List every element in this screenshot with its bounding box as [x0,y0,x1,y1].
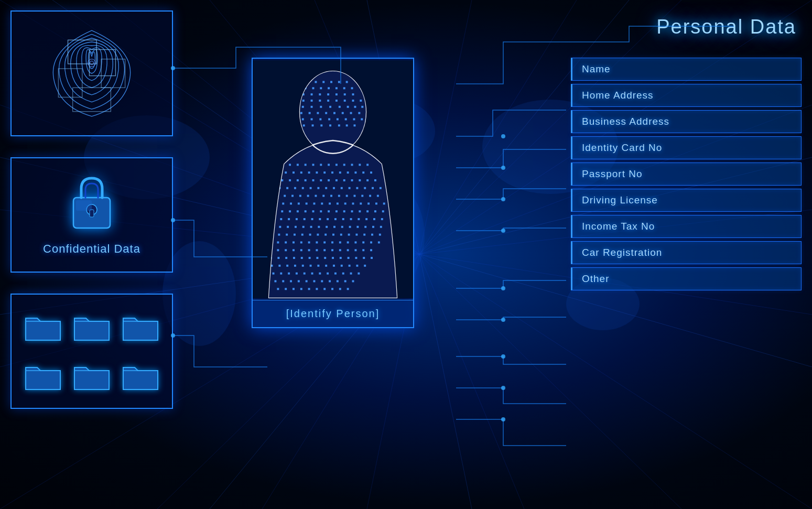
svg-rect-127 [289,164,291,166]
svg-rect-242 [318,226,320,228]
svg-rect-301 [316,257,318,259]
svg-rect-345 [277,288,279,290]
svg-rect-317 [333,265,335,267]
svg-rect-171 [341,187,343,189]
svg-rect-167 [310,187,312,189]
svg-rect-115 [345,118,347,121]
svg-rect-302 [324,257,326,259]
field-identity-card: Identity Card No [571,136,802,159]
svg-rect-56 [322,81,324,83]
svg-rect-304 [340,257,342,259]
svg-rect-320 [356,265,358,267]
svg-rect-194 [298,202,300,204]
svg-rect-148 [362,171,364,174]
folder-5 [71,354,113,397]
svg-rect-111 [311,118,313,121]
svg-rect-139 [293,171,295,174]
svg-rect-322 [273,273,275,275]
svg-rect-74 [327,93,329,95]
svg-rect-290 [339,249,341,251]
field-income-tax: Income Tax No [571,215,802,238]
svg-rect-75 [335,93,338,95]
svg-rect-132 [328,164,330,166]
svg-rect-273 [323,241,326,243]
svg-rect-184 [330,195,332,197]
svg-rect-343 [344,280,347,282]
svg-rect-76 [344,93,346,95]
svg-rect-256 [309,234,311,236]
field-home-address: Home Address [571,84,802,107]
svg-rect-234 [373,218,375,220]
svg-rect-268 [285,241,287,243]
svg-rect-272 [316,241,318,243]
svg-rect-332 [350,273,352,275]
svg-rect-189 [369,195,371,197]
svg-point-42 [501,229,505,233]
svg-rect-120 [303,124,305,126]
svg-rect-280 [378,241,380,243]
svg-rect-228 [327,218,329,220]
svg-rect-173 [356,187,358,189]
svg-rect-351 [323,288,326,290]
svg-rect-63 [312,87,315,89]
svg-rect-190 [377,195,379,197]
svg-rect-199 [337,202,339,204]
svg-rect-323 [280,273,282,275]
main-content: Personal Data Name Home Address Business… [0,0,812,509]
svg-rect-215 [343,210,345,212]
svg-rect-58 [338,81,340,83]
svg-rect-154 [312,179,315,181]
field-name: Name [571,58,802,81]
svg-point-43 [501,286,505,290]
svg-rect-153 [305,179,307,181]
svg-rect-212 [320,210,322,212]
svg-rect-262 [355,234,358,236]
svg-rect-112 [319,118,321,121]
svg-rect-240 [302,226,305,228]
personal-data-title: Personal Data [656,16,796,38]
svg-rect-245 [341,226,343,228]
svg-rect-335 [282,280,284,282]
svg-point-39 [501,134,505,138]
svg-rect-156 [328,179,330,181]
svg-rect-277 [354,241,356,243]
svg-rect-270 [300,241,302,243]
svg-rect-350 [316,288,318,290]
svg-rect-283 [285,249,287,251]
svg-rect-324 [288,273,290,275]
field-business-address: Business Address [571,110,802,133]
svg-rect-337 [298,280,300,282]
svg-rect-275 [339,241,341,243]
svg-rect-114 [337,118,339,121]
svg-rect-97 [361,106,363,108]
svg-rect-241 [310,226,312,228]
svg-rect-248 [364,226,366,228]
svg-rect-66 [335,87,338,89]
svg-rect-143 [323,171,326,174]
confidential-data-label: Confidential Data [43,242,140,256]
svg-rect-164 [286,187,288,189]
svg-rect-187 [353,195,355,197]
svg-rect-121 [312,124,314,126]
svg-point-47 [501,417,505,421]
svg-rect-278 [362,241,364,243]
svg-rect-84 [335,100,338,102]
svg-point-45 [501,354,505,359]
svg-rect-86 [352,100,354,102]
svg-rect-204 [375,202,377,204]
svg-rect-165 [294,187,296,189]
svg-rect-55 [315,81,317,83]
svg-rect-225 [304,218,306,220]
svg-rect-72 [311,93,313,95]
svg-rect-239 [295,226,297,228]
svg-rect-263 [363,234,365,236]
svg-rect-106 [350,112,352,114]
data-fields-panel: Name Home Address Business Address Ident… [571,58,802,290]
svg-rect-319 [349,265,351,267]
svg-rect-140 [300,171,302,174]
svg-rect-96 [354,106,356,108]
svg-rect-135 [351,164,353,166]
svg-rect-257 [317,234,319,236]
svg-rect-149 [370,171,372,174]
svg-rect-259 [332,234,334,236]
